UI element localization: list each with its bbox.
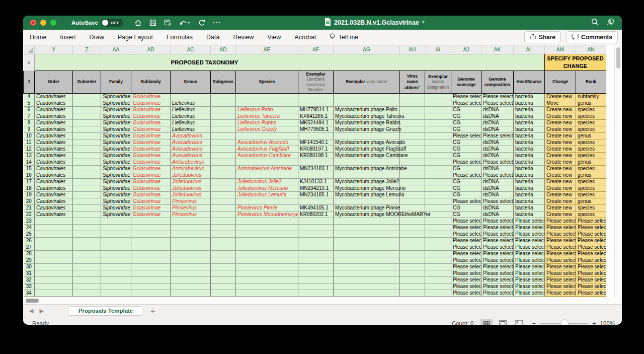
cell-rank[interactable]: Please select (576, 251, 606, 257)
cell-change[interactable]: Move (545, 100, 576, 107)
cell-change[interactable]: Create new (545, 126, 576, 133)
cell-family[interactable]: Siphoviridae (101, 192, 131, 198)
cell-genus[interactable] (171, 251, 211, 257)
cell-suborder[interactable] (73, 198, 101, 205)
cell-exemplar-virus-name[interactable] (334, 198, 400, 205)
cell-virus-name-abbrev[interactable] (400, 238, 425, 244)
field-header-host-source[interactable]: Host/Source (514, 70, 545, 94)
cell-family[interactable]: Siphoviridae (101, 153, 131, 159)
cell-family[interactable]: Siphoviridae (101, 179, 131, 185)
cell-genus[interactable]: Pinnievirus (171, 211, 211, 218)
cell-isolate-designation[interactable] (425, 264, 451, 270)
cell-species[interactable] (236, 257, 298, 264)
cell-order[interactable]: Caudovirales (35, 211, 73, 218)
cell-virus-name-abbrev[interactable] (400, 172, 425, 179)
cell-genome-coverage[interactable]: CG (451, 166, 481, 172)
cell-host-source[interactable]: bacteria (514, 179, 545, 185)
cell-family[interactable] (101, 225, 131, 231)
cell-genome-coverage[interactable]: Please select (451, 284, 481, 290)
cell-genome-composition[interactable]: Please select (481, 251, 514, 257)
cell-accession[interactable] (298, 133, 334, 139)
cell-host-source[interactable]: bacteria (514, 172, 545, 179)
cell-genome-composition[interactable]: Please select (481, 264, 514, 270)
cell-suborder[interactable] (73, 244, 101, 251)
cell-change[interactable]: Create new (545, 133, 576, 139)
cell-subgenus[interactable] (211, 218, 236, 225)
cell-isolate-designation[interactable] (425, 107, 451, 113)
cell-subfamily[interactable]: Gclasvirinae (131, 166, 171, 172)
cell-subfamily[interactable] (131, 238, 171, 244)
cell-rank[interactable]: Please select (576, 231, 606, 238)
cell-order[interactable]: Caudovirales (35, 139, 73, 146)
cell-order[interactable]: Caudovirales (35, 185, 73, 192)
cell-host-source[interactable]: bacteria (514, 166, 545, 172)
column-header-ab[interactable]: AB (131, 45, 171, 54)
cell-species[interactable] (236, 172, 298, 179)
cell-rank[interactable]: genus (576, 133, 606, 139)
cell-virus-name-abbrev[interactable] (400, 225, 425, 231)
cell-accession[interactable] (298, 94, 334, 100)
cell-subgenus[interactable] (211, 185, 236, 192)
row-header[interactable]: 18 (24, 185, 35, 192)
cell-subgenus[interactable] (211, 100, 236, 107)
cell-virus-name-abbrev[interactable] (400, 218, 425, 225)
cell-subfamily[interactable] (131, 290, 171, 297)
cell-subgenus[interactable] (211, 113, 236, 120)
cell-species[interactable]: Liefievirus Rabbs (236, 120, 298, 126)
cell-change[interactable]: Create new (545, 159, 576, 166)
cell-genus[interactable]: Liefievirus (171, 107, 211, 113)
cell-subfamily[interactable]: Gclasvirinae (131, 146, 171, 153)
ribbon-tab-acrobat[interactable]: Acrobat (294, 34, 316, 41)
cell-family[interactable]: Siphoviridae (101, 198, 131, 205)
cell-order[interactable]: Caudovirales (35, 153, 73, 159)
cell-order[interactable] (35, 251, 73, 257)
cell-genome-composition[interactable]: Please select (481, 244, 514, 251)
cell-subgenus[interactable] (211, 270, 236, 277)
cell-isolate-designation[interactable] (425, 198, 451, 205)
cell-family[interactable]: Siphoviridae (101, 120, 131, 126)
cell-host-source[interactable]: bacteria (514, 94, 545, 100)
cell-order[interactable]: Caudovirales (35, 179, 73, 185)
cell-virus-name-abbrev[interactable] (400, 107, 425, 113)
cell-genome-composition[interactable]: Please select (481, 284, 514, 290)
cell-subfamily[interactable]: Gclasvirinae (131, 113, 171, 120)
cell-family[interactable] (101, 264, 131, 270)
cell-change[interactable]: Create new (545, 94, 576, 100)
cell-family[interactable]: Siphoviridae (101, 126, 131, 133)
cell-species[interactable]: Jolieduovirus Mercurio (236, 185, 298, 192)
cell-species[interactable] (236, 264, 298, 270)
cell-subfamily[interactable]: Gclasvirinae (131, 133, 171, 139)
cell-virus-name-abbrev[interactable] (400, 120, 425, 126)
cell-genome-composition[interactable]: dsDNA (481, 179, 514, 185)
cell-genome-coverage[interactable]: Please select (451, 225, 481, 231)
cell-family[interactable]: Siphoviridae (101, 166, 131, 172)
cell-genome-coverage[interactable]: CG (451, 179, 481, 185)
row-header[interactable]: 22 (24, 211, 35, 218)
cell-isolate-designation[interactable] (425, 100, 451, 107)
cell-rank[interactable]: species (576, 113, 606, 120)
row-header[interactable]: 11 (24, 139, 35, 146)
cell-subgenus[interactable] (211, 257, 236, 264)
cell-isolate-designation[interactable] (425, 277, 451, 284)
cell-subgenus[interactable] (211, 192, 236, 198)
cell-isolate-designation[interactable] (425, 185, 451, 192)
cell-exemplar-virus-name[interactable]: Mycobacterium phage Grizzly (334, 126, 400, 133)
cell-order[interactable] (35, 277, 73, 284)
cell-accession[interactable] (298, 238, 334, 244)
cell-host-source[interactable]: bacteria (514, 159, 545, 166)
cell-isolate-designation[interactable] (425, 284, 451, 290)
cell-change[interactable]: Please select (545, 218, 576, 225)
cell-genus[interactable]: Jolieduovirus (171, 192, 211, 198)
cell-accession[interactable]: MN234219.1 (298, 185, 334, 192)
cell-subgenus[interactable] (211, 179, 236, 185)
cell-host-source[interactable]: Please select (514, 257, 545, 264)
cell-virus-name-abbrev[interactable] (400, 257, 425, 264)
cell-accession[interactable] (298, 290, 334, 297)
cell-isolate-designation[interactable] (425, 290, 451, 297)
cell-rank[interactable]: species (576, 185, 606, 192)
cell-rank[interactable]: Please select (576, 238, 606, 244)
cell-order[interactable]: Caudovirales (35, 126, 73, 133)
cell-change[interactable]: Create new (545, 166, 576, 172)
cell-genome-coverage[interactable]: CG (451, 205, 481, 211)
cell-virus-name-abbrev[interactable] (400, 205, 425, 211)
